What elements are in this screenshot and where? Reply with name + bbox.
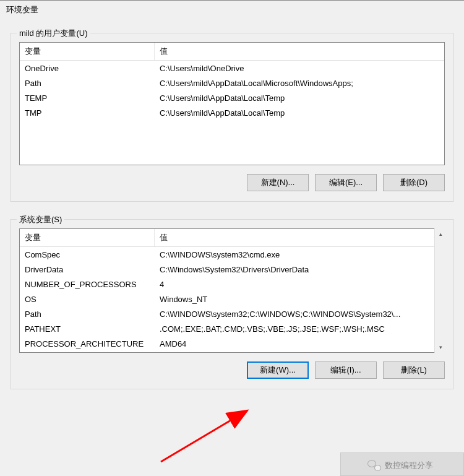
system-variables-group: 系统变量(S) 变量 值 ComSpecC:\WINDOWS\system32\… — [10, 219, 454, 389]
user-delete-button[interactable]: 删除(D) — [383, 174, 445, 191]
system-scrollbar[interactable]: ▴ ▾ — [434, 228, 445, 353]
environment-variables-dialog: 环境变量 mild 的用户变量(U) 变量 值 OneDriveC:\Users… — [0, 0, 464, 476]
user-col-variable[interactable]: 变量 — [20, 43, 155, 60]
scroll-up-icon[interactable]: ▴ — [435, 228, 446, 240]
cell-variable: PROCESSOR_ARCHITECTURE — [20, 337, 155, 350]
cell-variable: PATHEXT — [20, 322, 155, 335]
user-row[interactable]: OneDriveC:\Users\mild\OneDrive — [20, 61, 444, 76]
cell-value: C:\Windows\System32\Drivers\DriverData — [155, 263, 444, 276]
scroll-down-icon[interactable]: ▾ — [435, 342, 446, 353]
system-col-variable[interactable]: 变量 — [20, 229, 155, 246]
cell-variable: OS — [20, 293, 155, 306]
system-delete-button[interactable]: 删除(L) — [383, 361, 445, 379]
cell-value: C:\Users\mild\OneDrive — [155, 62, 444, 75]
system-row[interactable]: OSWindows_NT — [20, 292, 444, 306]
cell-variable: NUMBER_OF_PROCESSORS — [20, 278, 155, 291]
system-edit-button[interactable]: 编辑(I)... — [315, 361, 377, 379]
cell-variable: Path — [20, 308, 155, 321]
cell-value: AMD64 — [155, 337, 444, 350]
system-row[interactable]: NUMBER_OF_PROCESSORS4 — [20, 277, 444, 292]
user-variables-group: mild 的用户变量(U) 变量 值 OneDriveC:\Users\mild… — [10, 33, 454, 202]
cell-value: C:\Users\mild\AppData\Local\Microsoft\Wi… — [155, 77, 444, 90]
cell-value: .COM;.EXE;.BAT;.CMD;.VBS;.VBE;.JS;.JSE;.… — [155, 322, 444, 335]
cell-value: C:\WINDOWS\system32;C:\WINDOWS;C:\WINDOW… — [155, 308, 444, 321]
user-row[interactable]: PathC:\Users\mild\AppData\Local\Microsof… — [20, 76, 444, 90]
watermark-text: 数控编程分享 — [385, 460, 433, 471]
cell-value: C:\Users\mild\AppData\Local\Temp — [155, 92, 444, 105]
system-row[interactable]: DriverDataC:\Windows\System32\Drivers\Dr… — [20, 262, 444, 277]
cell-value: 4 — [155, 278, 444, 291]
cell-variable: ComSpec — [20, 248, 155, 261]
cell-variable: OneDrive — [20, 62, 155, 75]
system-col-value[interactable]: 值 — [155, 229, 444, 246]
user-new-button[interactable]: 新建(N)... — [247, 174, 309, 191]
system-row[interactable]: PROCESSOR_ARCHITECTUREAMD64 — [20, 336, 444, 351]
cell-variable: Path — [20, 77, 155, 90]
annotation-arrow — [161, 403, 260, 465]
svg-line-1 — [161, 410, 247, 462]
user-col-value[interactable]: 值 — [155, 43, 444, 60]
system-variables-legend: 系统变量(S) — [17, 214, 64, 225]
user-row[interactable]: TMPC:\Users\mild\AppData\Local\Temp — [20, 105, 444, 120]
system-row[interactable]: ComSpecC:\WINDOWS\system32\cmd.exe — [20, 247, 444, 262]
wechat-icon — [367, 459, 381, 472]
system-new-button[interactable]: 新建(W)... — [247, 361, 309, 379]
user-row[interactable]: TEMPC:\Users\mild\AppData\Local\Temp — [20, 90, 444, 105]
system-row[interactable]: PathC:\WINDOWS\system32;C:\WINDOWS;C:\WI… — [20, 306, 444, 321]
user-variables-legend: mild 的用户变量(U) — [17, 28, 90, 39]
user-variables-table[interactable]: 变量 值 OneDriveC:\Users\mild\OneDrivePathC… — [19, 42, 445, 165]
cell-variable: TMP — [20, 106, 155, 119]
user-edit-button[interactable]: 编辑(E)... — [315, 174, 377, 191]
cell-value: C:\Users\mild\AppData\Local\Temp — [155, 106, 444, 119]
system-row[interactable]: PATHEXT.COM;.EXE;.BAT;.CMD;.VBS;.VBE;.JS… — [20, 321, 444, 336]
cell-variable: DriverData — [20, 263, 155, 276]
dialog-title: 环境变量 — [0, 1, 464, 20]
system-variables-table[interactable]: 变量 值 ComSpecC:\WINDOWS\system32\cmd.exeD… — [19, 228, 445, 353]
watermark: 数控编程分享 — [367, 459, 433, 472]
cell-value: Windows_NT — [155, 293, 444, 306]
cell-value: C:\WINDOWS\system32\cmd.exe — [155, 248, 444, 261]
cell-variable: TEMP — [20, 92, 155, 105]
